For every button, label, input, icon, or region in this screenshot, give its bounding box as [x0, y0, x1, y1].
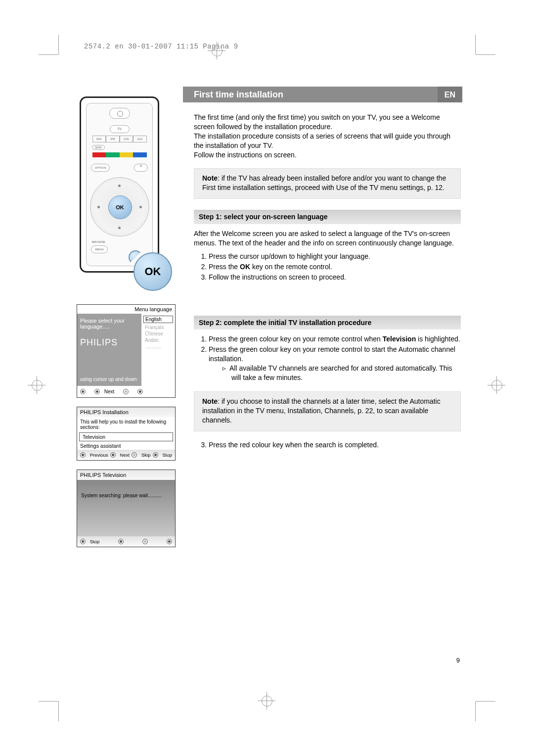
browse-label: BROWSE — [92, 240, 105, 243]
red-key-icon — [92, 152, 106, 157]
nav-wheel: OK — [90, 177, 149, 236]
dot-icon — [137, 389, 143, 394]
blue-key-icon — [133, 152, 147, 157]
demo-button: DEMO — [92, 145, 105, 150]
note-label: Note — [202, 397, 218, 405]
text: is highlighted. — [416, 335, 460, 343]
note-text: : if you choose to install the channels … — [202, 397, 441, 424]
vcr-button: VCR — [120, 136, 134, 142]
tv-button: TV — [110, 125, 130, 133]
menu-button: MENU — [91, 245, 108, 253]
intro-paragraph: The installation procedure consists of a… — [194, 132, 461, 150]
stop-label: Stop — [153, 452, 172, 458]
language-option-selected: English — [143, 316, 173, 323]
crop-mark — [475, 702, 476, 721]
source-row: DVD STB VCR AUX — [92, 136, 147, 142]
osd-title: Menu language — [77, 305, 175, 314]
note-box: Note: if the TV has already been install… — [194, 168, 461, 199]
dot-icon — [167, 539, 172, 544]
crop-mark — [475, 35, 476, 54]
step2-header: Step 2: complete the initial TV installa… — [194, 316, 461, 330]
sub-bullet: ▹ All available TV channels are searched… — [222, 364, 461, 382]
text: Press the green colour key on your remot… — [209, 345, 455, 363]
list-item: Press the cursor up/down to highlight yo… — [209, 252, 461, 261]
step2-list: Press the green colour key on your remot… — [194, 334, 461, 382]
list-item: Press the OK key on the remote control. — [209, 262, 461, 272]
cursor-up-icon — [118, 185, 121, 187]
language-option: Arabic — [143, 337, 175, 343]
ok-callout-bubble: OK — [134, 252, 172, 291]
dot-icon — [123, 389, 129, 394]
next-label: Next — [94, 389, 114, 394]
language-option: Chinese — [143, 331, 175, 337]
brand-logo: PHILIPS — [80, 337, 118, 348]
list-item: Press the green colour key on your remot… — [209, 334, 461, 344]
osd-searching: PHILIPS Television System searching: ple… — [77, 470, 176, 547]
section-title-bar: First time installation EN — [183, 87, 462, 102]
crop-mark — [476, 54, 495, 55]
previous-label: Previous — [80, 452, 108, 458]
cursor-left-icon — [97, 206, 100, 208]
list-item: Follow the instructions on screen to pro… — [209, 273, 461, 282]
note-box: Note: if you choose to install the chann… — [194, 391, 461, 431]
option-button: OPTION — [91, 164, 110, 172]
note-label: Note — [202, 174, 218, 182]
green-key-icon — [106, 152, 120, 157]
next-label: Next — [110, 452, 130, 458]
colour-buttons — [92, 152, 147, 157]
step1-list: Press the cursor up/down to highlight yo… — [194, 252, 461, 282]
stb-button: STB — [106, 136, 120, 142]
crop-mark — [476, 701, 495, 702]
osd-header: PHILIPS Television — [77, 470, 175, 480]
ok-button: OK — [108, 195, 132, 219]
crop-mark — [58, 35, 59, 54]
stop-label: Stop — [80, 539, 99, 544]
cursor-down-icon — [118, 227, 121, 229]
skip-label: Skip — [132, 452, 150, 458]
list-item: Press the green colour key on your remot… — [209, 345, 461, 382]
dot-icon — [80, 389, 86, 394]
step1-header: Step 1: select your on-screen language — [194, 210, 461, 224]
aux-button: AUX — [133, 136, 147, 142]
text: All available TV channels are searched f… — [229, 364, 452, 381]
osd-prompt: Please select your language..... — [80, 318, 138, 330]
dot-icon — [142, 539, 148, 544]
registration-mark-right — [488, 376, 506, 395]
crop-mark — [58, 702, 59, 721]
osd-installation-menu: PHILIPS Installation This will help you … — [77, 407, 176, 461]
crop-mark — [39, 701, 58, 702]
osd-wait-message: System searching: please wait.......... — [77, 480, 175, 536]
osd-language-menu: Menu language Please select your languag… — [77, 304, 176, 398]
bold-text: Television — [383, 335, 416, 343]
list-item: Press the red colour key when the search… — [209, 440, 461, 450]
registration-mark-left — [28, 376, 46, 395]
dvd-button: DVD — [92, 136, 106, 142]
section-title: First time installation — [194, 90, 283, 100]
registration-mark-bottom — [258, 692, 276, 710]
page-number: 9 — [456, 657, 460, 664]
intro-paragraph: The first time (and only the first time)… — [194, 113, 461, 132]
registration-mark-top — [208, 42, 226, 60]
power-icon — [109, 108, 130, 119]
osd-hint: using cursor up and down — [80, 377, 137, 382]
remote-illustration: TV DVD STB VCR AUX DEMO OPTION ⧉ — [80, 96, 159, 273]
intro-paragraph: Follow the instructions on screen. — [194, 150, 461, 160]
language-option: ............ — [143, 343, 175, 350]
yellow-key-icon — [120, 152, 134, 157]
teletext-icon: ⧉ — [134, 164, 148, 172]
text: Press the green colour key on your remot… — [209, 335, 383, 343]
language-badge: EN — [438, 87, 462, 102]
language-option: Français — [143, 324, 175, 331]
step2-list-cont: Press the red colour key when the search… — [194, 440, 461, 450]
text: key on the remote control. — [250, 263, 332, 271]
osd-item-selected: Television — [79, 432, 173, 441]
dot-icon — [118, 539, 124, 544]
note-text: : if the TV has already been installed b… — [202, 174, 446, 191]
osd-header: PHILIPS Installation — [77, 407, 175, 417]
step1-paragraph: After the Welcome screen you are asked t… — [194, 229, 461, 248]
ok-callout: OK — [134, 252, 170, 289]
osd-message: This will help you to install the follow… — [77, 417, 175, 432]
crop-mark — [39, 54, 58, 55]
cursor-right-icon — [139, 206, 142, 208]
osd-item: Settings assistant — [77, 442, 175, 450]
